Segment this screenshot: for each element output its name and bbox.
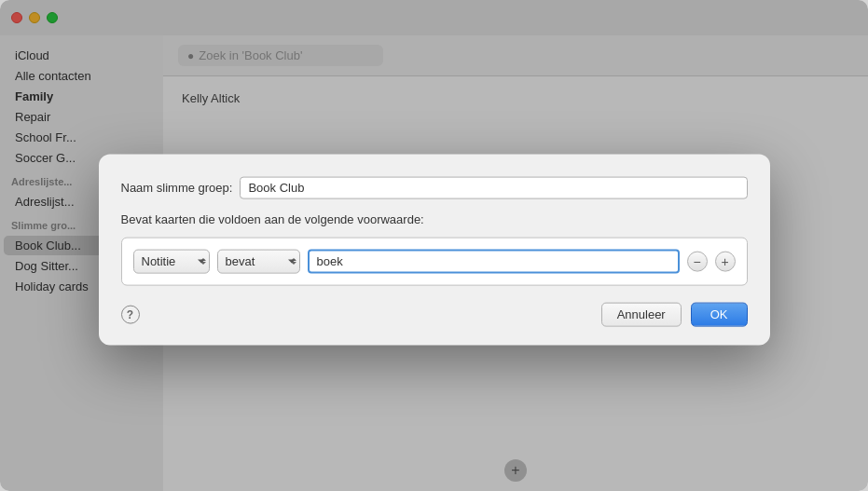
condition-value-input[interactable] [308, 249, 680, 273]
smart-group-modal: Naam slimme groep: Bevat kaarten die vol… [99, 154, 770, 345]
condition-area: Notitie Naam E-mail Telefoon bevat bevat… [121, 237, 748, 285]
add-condition-button[interactable]: + [715, 251, 736, 271]
modal-description: Bevat kaarten die voldoen aan de volgend… [121, 211, 748, 225]
footer-buttons: Annuleer OK [601, 302, 748, 326]
remove-condition-button[interactable]: − [687, 251, 708, 271]
field-select[interactable]: Notitie Naam E-mail Telefoon [133, 249, 210, 273]
help-button[interactable]: ? [121, 305, 140, 323]
smart-group-name-input[interactable] [240, 176, 747, 198]
name-row: Naam slimme groep: [121, 176, 748, 198]
ok-button[interactable]: OK [691, 302, 748, 326]
cancel-button[interactable]: Annuleer [601, 302, 682, 326]
modal-footer: ? Annuleer OK [121, 302, 748, 326]
field-select-wrapper: Notitie Naam E-mail Telefoon [133, 249, 210, 273]
condition-row: Notitie Naam E-mail Telefoon bevat bevat… [133, 249, 736, 273]
operator-select[interactable]: bevat bevat niet is is niet [217, 249, 300, 273]
name-label: Naam slimme groep: [121, 181, 233, 195]
operator-select-wrapper: bevat bevat niet is is niet [217, 249, 300, 273]
